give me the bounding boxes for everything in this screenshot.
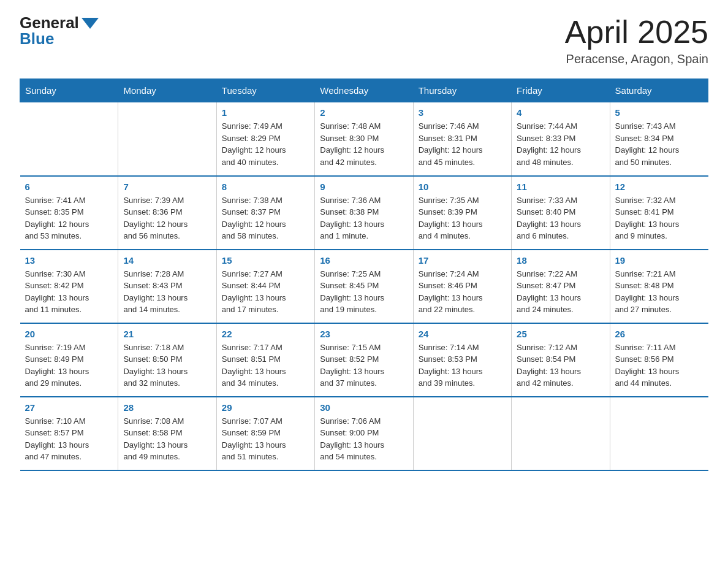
day-number: 27	[25, 402, 113, 413]
logo-triangle-icon	[82, 18, 99, 29]
day-number: 26	[615, 329, 703, 339]
day-number: 30	[320, 402, 408, 413]
day-number: 25	[517, 329, 604, 339]
day-number: 16	[320, 255, 408, 266]
day-info: Sunrise: 7:33 AM Sunset: 8:40 PM Dayligh…	[517, 194, 604, 242]
week-row-5: 27Sunrise: 7:10 AM Sunset: 8:57 PM Dayli…	[20, 397, 708, 470]
day-number: 8	[222, 182, 309, 192]
day-info: Sunrise: 7:49 AM Sunset: 8:29 PM Dayligh…	[222, 120, 309, 168]
week-row-1: 1Sunrise: 7:49 AM Sunset: 8:29 PM Daylig…	[20, 102, 708, 176]
day-number: 4	[517, 107, 604, 118]
calendar-cell: 13Sunrise: 7:30 AM Sunset: 8:42 PM Dayli…	[20, 250, 118, 323]
calendar-cell: 8Sunrise: 7:38 AM Sunset: 8:37 PM Daylig…	[216, 176, 314, 250]
calendar-cell: 2Sunrise: 7:48 AM Sunset: 8:30 PM Daylig…	[315, 102, 413, 176]
day-number: 22	[222, 329, 309, 339]
calendar-location: Peracense, Aragon, Spain	[565, 52, 708, 66]
calendar-cell: 17Sunrise: 7:24 AM Sunset: 8:46 PM Dayli…	[413, 250, 511, 323]
calendar-cell	[118, 102, 216, 176]
day-number: 20	[25, 329, 113, 339]
day-info: Sunrise: 7:06 AM Sunset: 9:00 PM Dayligh…	[320, 415, 408, 463]
week-row-3: 13Sunrise: 7:30 AM Sunset: 8:42 PM Dayli…	[20, 250, 708, 323]
day-number: 12	[615, 182, 703, 192]
day-info: Sunrise: 7:10 AM Sunset: 8:57 PM Dayligh…	[25, 415, 113, 463]
day-number: 10	[419, 182, 506, 192]
calendar-header: SundayMondayTuesdayWednesdayThursdayFrid…	[20, 79, 708, 102]
calendar-cell: 26Sunrise: 7:11 AM Sunset: 8:56 PM Dayli…	[610, 323, 708, 397]
day-info: Sunrise: 7:08 AM Sunset: 8:58 PM Dayligh…	[123, 415, 211, 463]
day-info: Sunrise: 7:14 AM Sunset: 8:53 PM Dayligh…	[419, 342, 506, 389]
logo-general: General	[20, 15, 79, 31]
day-number: 6	[25, 182, 113, 192]
calendar-cell: 21Sunrise: 7:18 AM Sunset: 8:50 PM Dayli…	[118, 323, 216, 397]
calendar-cell: 29Sunrise: 7:07 AM Sunset: 8:59 PM Dayli…	[216, 397, 314, 470]
day-number: 21	[123, 329, 211, 339]
header-day-wednesday: Wednesday	[315, 79, 413, 102]
day-info: Sunrise: 7:36 AM Sunset: 8:38 PM Dayligh…	[320, 194, 408, 242]
day-info: Sunrise: 7:32 AM Sunset: 8:41 PM Dayligh…	[615, 194, 703, 242]
logo: General Blue	[20, 15, 99, 47]
header-day-sunday: Sunday	[20, 79, 118, 102]
day-info: Sunrise: 7:22 AM Sunset: 8:47 PM Dayligh…	[517, 268, 604, 316]
day-number: 1	[222, 107, 309, 118]
day-info: Sunrise: 7:25 AM Sunset: 8:45 PM Dayligh…	[320, 268, 408, 316]
day-info: Sunrise: 7:15 AM Sunset: 8:52 PM Dayligh…	[320, 342, 408, 389]
calendar-cell: 18Sunrise: 7:22 AM Sunset: 8:47 PM Dayli…	[512, 250, 610, 323]
day-number: 29	[222, 402, 309, 413]
day-info: Sunrise: 7:12 AM Sunset: 8:54 PM Dayligh…	[517, 342, 604, 389]
calendar-cell: 7Sunrise: 7:39 AM Sunset: 8:36 PM Daylig…	[118, 176, 216, 250]
day-number: 13	[25, 255, 113, 266]
day-info: Sunrise: 7:35 AM Sunset: 8:39 PM Dayligh…	[419, 194, 506, 242]
day-number: 17	[419, 255, 506, 266]
calendar-cell: 6Sunrise: 7:41 AM Sunset: 8:35 PM Daylig…	[20, 176, 118, 250]
calendar-title: April 2025	[565, 15, 708, 50]
day-info: Sunrise: 7:17 AM Sunset: 8:51 PM Dayligh…	[222, 342, 309, 389]
day-number: 2	[320, 107, 408, 118]
day-info: Sunrise: 7:44 AM Sunset: 8:33 PM Dayligh…	[517, 120, 604, 168]
day-info: Sunrise: 7:39 AM Sunset: 8:36 PM Dayligh…	[123, 194, 211, 242]
day-number: 7	[123, 182, 211, 192]
header-day-thursday: Thursday	[413, 79, 511, 102]
day-info: Sunrise: 7:11 AM Sunset: 8:56 PM Dayligh…	[615, 342, 703, 389]
calendar-body: 1Sunrise: 7:49 AM Sunset: 8:29 PM Daylig…	[20, 102, 708, 470]
calendar-cell	[512, 397, 610, 470]
day-number: 11	[517, 182, 604, 192]
day-number: 5	[615, 107, 703, 118]
header-row: SundayMondayTuesdayWednesdayThursdayFrid…	[20, 79, 708, 102]
day-number: 28	[123, 402, 211, 413]
calendar-cell	[20, 102, 118, 176]
day-info: Sunrise: 7:43 AM Sunset: 8:34 PM Dayligh…	[615, 120, 703, 168]
calendar-cell: 16Sunrise: 7:25 AM Sunset: 8:45 PM Dayli…	[315, 250, 413, 323]
header-day-monday: Monday	[118, 79, 216, 102]
calendar-cell: 14Sunrise: 7:28 AM Sunset: 8:43 PM Dayli…	[118, 250, 216, 323]
day-info: Sunrise: 7:48 AM Sunset: 8:30 PM Dayligh…	[320, 120, 408, 168]
day-info: Sunrise: 7:27 AM Sunset: 8:44 PM Dayligh…	[222, 268, 309, 316]
calendar-cell: 11Sunrise: 7:33 AM Sunset: 8:40 PM Dayli…	[512, 176, 610, 250]
calendar-cell: 22Sunrise: 7:17 AM Sunset: 8:51 PM Dayli…	[216, 323, 314, 397]
calendar-cell: 30Sunrise: 7:06 AM Sunset: 9:00 PM Dayli…	[315, 397, 413, 470]
day-number: 23	[320, 329, 408, 339]
calendar-cell: 4Sunrise: 7:44 AM Sunset: 8:33 PM Daylig…	[512, 102, 610, 176]
day-info: Sunrise: 7:19 AM Sunset: 8:49 PM Dayligh…	[25, 342, 113, 389]
day-info: Sunrise: 7:38 AM Sunset: 8:37 PM Dayligh…	[222, 194, 309, 242]
day-info: Sunrise: 7:24 AM Sunset: 8:46 PM Dayligh…	[419, 268, 506, 316]
day-number: 3	[419, 107, 506, 118]
day-info: Sunrise: 7:21 AM Sunset: 8:48 PM Dayligh…	[615, 268, 703, 316]
calendar-cell: 28Sunrise: 7:08 AM Sunset: 8:58 PM Dayli…	[118, 397, 216, 470]
logo-blue: Blue	[20, 31, 54, 47]
calendar-cell: 5Sunrise: 7:43 AM Sunset: 8:34 PM Daylig…	[610, 102, 708, 176]
day-number: 24	[419, 329, 506, 339]
day-number: 18	[517, 255, 604, 266]
week-row-4: 20Sunrise: 7:19 AM Sunset: 8:49 PM Dayli…	[20, 323, 708, 397]
calendar-cell: 9Sunrise: 7:36 AM Sunset: 8:38 PM Daylig…	[315, 176, 413, 250]
page-header: General Blue April 2025 Peracense, Arago…	[20, 15, 708, 66]
calendar-cell: 24Sunrise: 7:14 AM Sunset: 8:53 PM Dayli…	[413, 323, 511, 397]
calendar-cell	[610, 397, 708, 470]
calendar-cell: 3Sunrise: 7:46 AM Sunset: 8:31 PM Daylig…	[413, 102, 511, 176]
calendar-cell: 12Sunrise: 7:32 AM Sunset: 8:41 PM Dayli…	[610, 176, 708, 250]
day-number: 15	[222, 255, 309, 266]
calendar-cell: 10Sunrise: 7:35 AM Sunset: 8:39 PM Dayli…	[413, 176, 511, 250]
day-info: Sunrise: 7:30 AM Sunset: 8:42 PM Dayligh…	[25, 268, 113, 316]
calendar-cell: 23Sunrise: 7:15 AM Sunset: 8:52 PM Dayli…	[315, 323, 413, 397]
calendar-cell: 15Sunrise: 7:27 AM Sunset: 8:44 PM Dayli…	[216, 250, 314, 323]
day-info: Sunrise: 7:28 AM Sunset: 8:43 PM Dayligh…	[123, 268, 211, 316]
